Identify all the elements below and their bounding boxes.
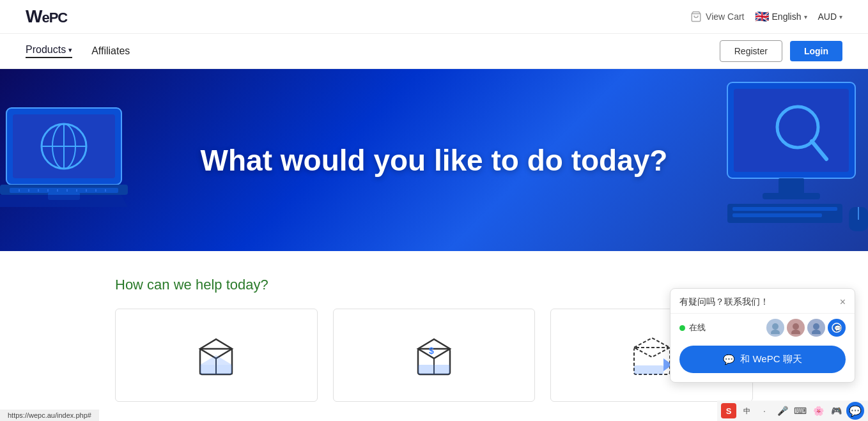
price-box-icon: $ <box>408 330 460 381</box>
agent-avatar-3 <box>807 319 825 337</box>
site-logo[interactable]: WePC <box>26 6 67 27</box>
hero-laptop-decoration <box>0 89 147 251</box>
chat-close-button[interactable]: × <box>840 296 846 308</box>
svg-rect-22 <box>734 89 849 172</box>
view-cart-link[interactable]: View Cart <box>690 11 744 22</box>
chat-button-label: 和 WePC 聊天 <box>740 353 802 365</box>
nav-products-label: Products <box>26 44 66 56</box>
header-right: View Cart 🇬🇧 English ▾ AUD ▾ <box>690 10 842 24</box>
agent-avatar-4: 💬 <box>828 319 846 337</box>
help-card-1[interactable] <box>115 309 318 402</box>
taskbar-icon-heart[interactable]: 🌸 <box>810 403 826 415</box>
svg-point-49 <box>793 323 799 330</box>
page-header: WePC View Cart 🇬🇧 English ▾ AUD ▾ <box>0 0 868 34</box>
hero-section: What would you like to do today? <box>0 69 868 251</box>
cart-icon <box>690 11 702 22</box>
svg-text:💬: 💬 <box>834 325 842 332</box>
login-button[interactable]: Login <box>790 41 842 61</box>
online-status: 在线 <box>679 322 706 333</box>
box-icon <box>190 330 242 381</box>
svg-rect-46 <box>634 365 663 374</box>
register-button[interactable]: Register <box>720 40 782 62</box>
chat-widget-header: 有疑问吗？联系我们！ × <box>670 289 855 314</box>
chat-button[interactable]: 💬 和 WePC 聊天 <box>679 346 846 373</box>
monitor-svg <box>708 76 868 251</box>
logo-w: W <box>26 6 42 26</box>
main-nav: Products ▾ Affiliates Register Login <box>0 34 868 69</box>
taskbar-icon-s[interactable]: S <box>721 403 736 415</box>
nav-products[interactable]: Products ▾ <box>26 44 72 58</box>
currency-label: AUD <box>818 11 837 22</box>
status-bar: https://wepc.au/index.php# <box>0 410 99 415</box>
svg-text:$: $ <box>429 346 434 356</box>
view-cart-label: View Cart <box>706 11 744 22</box>
svg-marker-38 <box>200 355 232 365</box>
nav-affiliates[interactable]: Affiliates <box>91 45 130 57</box>
taskbar-icon-mic[interactable]: 🎤 <box>775 403 790 415</box>
svg-rect-25 <box>779 178 804 194</box>
agent-avatars: 💬 <box>766 319 846 337</box>
logo-epc: ePC <box>42 10 67 26</box>
svg-point-48 <box>771 330 780 334</box>
taskbar-icon-chat-large[interactable]: 💬 <box>846 402 864 415</box>
taskbar-icon-zh[interactable]: 中 <box>739 403 754 415</box>
laptop-svg <box>0 89 147 251</box>
language-label: English <box>772 11 802 22</box>
svg-point-50 <box>791 330 800 334</box>
language-selector[interactable]: 🇬🇧 English ▾ <box>755 10 808 24</box>
svg-marker-20 <box>0 195 128 207</box>
nav-right: Register Login <box>720 40 842 62</box>
language-flag: 🇬🇧 <box>755 10 769 24</box>
svg-rect-37 <box>200 365 232 374</box>
online-dot <box>679 325 685 331</box>
status-url: https://wepc.au/index.php# <box>8 411 91 415</box>
agent-avatar-1 <box>766 319 784 337</box>
chat-bubble-icon: 💬 <box>723 354 735 365</box>
svg-point-51 <box>813 323 819 330</box>
svg-rect-29 <box>732 213 822 217</box>
chat-status-row: 在线 💬 <box>670 314 855 342</box>
taskbar-icon-game[interactable]: 🎮 <box>828 403 844 415</box>
help-card-2[interactable]: $ <box>333 309 536 402</box>
svg-rect-26 <box>763 193 820 199</box>
help-cards-row: $ <box>115 309 753 402</box>
chat-widget-title: 有疑问吗？联系我们！ <box>679 296 769 308</box>
nav-affiliates-label: Affiliates <box>91 45 130 57</box>
taskbar-icons: S 中 · 🎤 ⌨ 🌸 🎮 💬 <box>717 401 868 415</box>
hero-title: What would you like to do today? <box>201 143 668 178</box>
help-title: How can we help today? <box>115 277 753 293</box>
svg-rect-8 <box>10 188 118 193</box>
language-dropdown-arrow: ▾ <box>804 13 807 20</box>
online-label: 在线 <box>689 322 706 333</box>
currency-selector[interactable]: AUD ▾ <box>818 11 842 22</box>
hero-monitor-decoration <box>708 76 868 251</box>
svg-rect-43 <box>418 365 450 374</box>
svg-point-47 <box>772 323 779 330</box>
chat-widget: 有疑问吗？联系我们！ × 在线 💬 💬 和 WePC 聊天 <box>670 288 855 383</box>
currency-dropdown-arrow: ▾ <box>839 13 842 20</box>
nav-left: Products ▾ Affiliates <box>26 44 130 58</box>
agent-avatar-2 <box>787 319 805 337</box>
svg-point-52 <box>812 330 821 334</box>
svg-rect-28 <box>732 207 837 211</box>
products-dropdown-arrow: ▾ <box>68 46 72 54</box>
taskbar-icon-keyboard[interactable]: ⌨ <box>793 403 808 415</box>
taskbar-icon-dot: · <box>757 403 772 415</box>
